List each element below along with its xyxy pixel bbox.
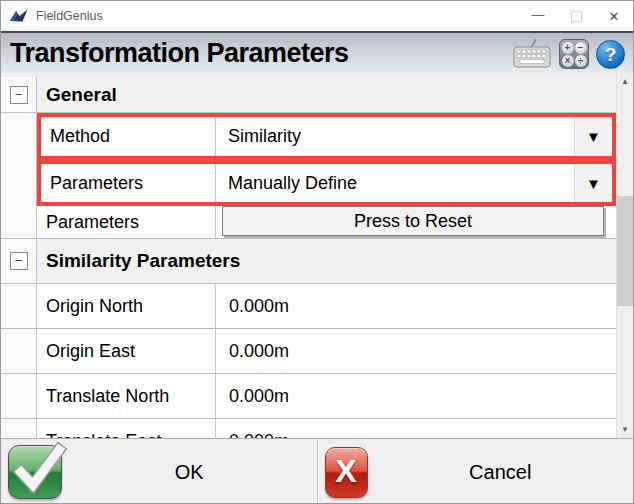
gutter	[1, 329, 37, 373]
calc-divide-key: ÷	[575, 55, 587, 67]
gutter	[1, 160, 37, 206]
origin-north-value[interactable]: 0.000m	[216, 284, 616, 328]
calc-multiply-key: ×	[562, 55, 574, 67]
transformation-parameters-dialog: FieldGenius — ✕ Transformation Parameter…	[0, 0, 634, 504]
ok-button[interactable]: OK	[1, 439, 317, 504]
translate-east-label: Translate East	[37, 419, 216, 438]
fieldgenius-logo-icon	[9, 8, 29, 24]
section-similarity-title: Similarity Parameters	[37, 239, 616, 283]
reset-cell: Press to Reset	[216, 206, 616, 238]
row-parameters-reset: Parameters Press to Reset	[1, 206, 616, 239]
cancel-x-icon: X	[325, 447, 368, 498]
translate-north-value[interactable]: 0.000m	[216, 374, 616, 418]
row-translate-east: Translate East 0.000m	[1, 419, 616, 438]
method-value: Similarity	[216, 117, 574, 156]
page-title: Transformation Parameters	[10, 38, 512, 69]
general-gutter: −	[1, 77, 37, 112]
calc-plus-key: +	[562, 42, 574, 54]
origin-east-value[interactable]: 0.000m	[216, 329, 616, 373]
calc-minus-key: −	[575, 42, 587, 54]
chevron-down-icon: ▼	[586, 176, 601, 191]
gutter	[1, 374, 37, 418]
parameters-annotation-box: Parameters Manually Define ▼	[37, 160, 616, 206]
method-dropdown[interactable]: Similarity ▼	[216, 117, 612, 156]
gutter	[1, 113, 37, 160]
parameters-reset-label: Parameters	[37, 206, 216, 238]
ok-button-label: OK	[62, 461, 317, 484]
similarity-gutter: −	[1, 239, 37, 283]
row-parameters-mode: Parameters Manually Define ▼	[1, 160, 616, 206]
footer: OK X Cancel	[1, 438, 633, 504]
vertical-scrollbar[interactable]: ▲ ▼	[616, 73, 633, 438]
origin-north-label: Origin North	[37, 284, 216, 328]
scroll-up-icon[interactable]: ▲	[617, 73, 633, 90]
parameters-value: Manually Define	[216, 164, 574, 202]
method-label: Method	[41, 117, 216, 156]
window-title: FieldGenius	[36, 9, 519, 23]
parameters-label: Parameters	[41, 164, 216, 202]
section-similarity: − Similarity Parameters	[1, 239, 616, 284]
calculator-icon[interactable]: + − × ÷	[559, 39, 589, 69]
dialog-header: Transformation Parameters + − × ÷ ?	[1, 31, 633, 73]
close-button[interactable]: ✕	[595, 1, 633, 31]
method-annotation-box: Method Similarity ▼	[37, 113, 616, 160]
gutter	[1, 284, 37, 328]
row-origin-north: Origin North 0.000m	[1, 284, 616, 329]
minimize-button[interactable]: —	[519, 1, 557, 31]
gutter	[1, 206, 37, 238]
collapse-minus-icon[interactable]: −	[10, 252, 28, 270]
dialog-body: − General Method Similarity ▼	[1, 73, 633, 438]
x-glyph: X	[335, 453, 356, 490]
titlebar: FieldGenius — ✕	[1, 1, 633, 31]
scroll-down-icon[interactable]: ▼	[617, 421, 633, 438]
cancel-button-label: Cancel	[368, 461, 634, 484]
translate-east-value[interactable]: 0.000m	[216, 419, 616, 438]
parameters-dropdown[interactable]: Manually Define ▼	[216, 164, 612, 202]
cancel-button[interactable]: X Cancel	[317, 439, 634, 504]
row-method: Method Similarity ▼	[1, 113, 616, 160]
row-origin-east: Origin East 0.000m	[1, 329, 616, 374]
chevron-down-icon: ▼	[586, 129, 601, 144]
press-to-reset-button[interactable]: Press to Reset	[222, 206, 604, 236]
method-dropdown-button[interactable]: ▼	[574, 117, 612, 156]
scrollbar-track[interactable]	[617, 90, 633, 421]
close-icon: ✕	[609, 9, 620, 24]
translate-north-label: Translate North	[37, 374, 216, 418]
collapse-minus-icon[interactable]: −	[10, 86, 28, 104]
keyboard-icon[interactable]	[512, 37, 552, 69]
scrollbar-thumb[interactable]	[617, 196, 633, 306]
help-icon[interactable]: ?	[596, 40, 625, 69]
maximize-icon	[571, 11, 582, 22]
section-general: − General	[1, 77, 616, 113]
ok-check-icon	[8, 445, 62, 499]
gutter	[1, 419, 37, 438]
parameters-dropdown-button[interactable]: ▼	[574, 164, 612, 202]
row-translate-north: Translate North 0.000m	[1, 374, 616, 419]
origin-east-label: Origin East	[37, 329, 216, 373]
maximize-button[interactable]	[557, 1, 595, 31]
section-general-title: General	[37, 77, 616, 112]
